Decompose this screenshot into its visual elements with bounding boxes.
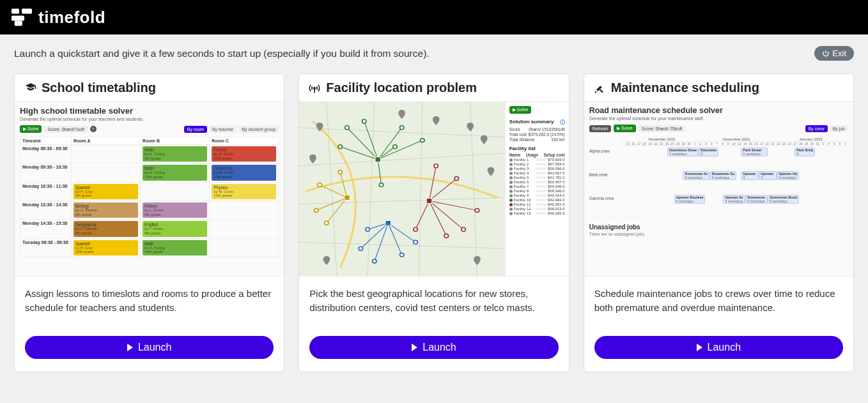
launch-button[interactable]: Launch [594,336,843,359]
unassigned-text: There are no unassigned jobs. [589,232,848,236]
facility-row[interactable]: Facility 5$41,781.0 [509,176,565,179]
launch-label: Launch [422,342,456,353]
svg-rect-51 [427,198,433,203]
svg-point-13 [362,119,366,123]
timeslot-cell: Tuesday 08:30 - 09:30 [20,238,72,257]
lesson-block[interactable]: Englishby I. Jones9th grade [143,221,207,236]
gantt-day: 26 [675,142,681,146]
card-thumbnail: Road maintenance schedule solver Generat… [584,102,853,277]
tab-by-crew[interactable]: By crew [805,125,828,132]
map-side-panel: ▶ Solve Solution summaryⓘ Score0hard/-15… [505,102,569,276]
gantt-day: 30 [686,142,692,146]
gantt-day: 31 [815,142,821,146]
facility-row[interactable]: Facility 7$59,046.0 [509,185,565,188]
gantt-task[interactable]: Uptown Tunnel3 workdaysUptown [741,171,759,180]
gantt-day: 17 [636,142,642,146]
lesson-block[interactable]: Spanishby P. Cruz10th grade [74,240,138,255]
gantt-month: November 2021 [625,137,699,141]
gantt-day: 17 [759,142,764,146]
tab-by-job[interactable]: By job [830,125,848,132]
gantt-day: 16 [754,142,759,146]
map-canvas[interactable] [299,102,504,276]
facility-row[interactable]: Facility 2$57,833.0 [509,162,565,166]
launch-button[interactable]: Launch [309,336,558,359]
facility-row[interactable]: Facility 1$70,609.0 [509,158,565,162]
svg-rect-3 [15,21,22,26]
facility-row[interactable]: Facility 11$46,001.0 [509,202,565,206]
svg-point-47 [338,171,342,174]
gantt-day: 19 [647,142,653,146]
help-icon[interactable]: ? [90,126,97,132]
solve-button[interactable]: ▶ Solve [20,125,42,133]
svg-point-41 [366,227,369,231]
lesson-block[interactable]: Historyby I. Jones9th grade [143,202,207,218]
solve-button[interactable]: ▶ Solve [614,125,635,132]
lesson-block[interactable]: Biologyby C. Darwin9th grade [74,202,138,218]
timeslot-cell: Monday 09:30 - 10:30 [20,163,72,182]
crew-label: Gamma crew [589,194,625,201]
gantt-task[interactable]: Downtown Street7 workdaysDowntown [667,148,699,156]
facility-row[interactable]: Facility 4$43,567.0 [509,171,565,175]
svg-point-37 [373,259,376,263]
svg-point-15 [338,145,342,149]
gantt-day: 25 [670,142,676,146]
solve-button[interactable]: ▶ Solve [509,106,531,114]
lesson-block[interactable]: Frenchby M. Curie10th grade [212,146,276,162]
gantt-task[interactable]: Downtown Bridge3 workdaysSubway [699,148,718,156]
timetable-column-header: Room A [72,137,141,145]
timetable-cell: Chemistryby M. Curie10th grade [210,163,279,182]
intro-text: Launch a quickstart and give it a few se… [14,48,430,59]
facility-row[interactable]: Facility 6$50,907.0 [509,180,565,184]
facility-row[interactable]: Facility 10$42,682.0 [509,198,565,202]
gantt-task[interactable]: Downtown Ave5 workdaysDowntown [683,171,709,180]
svg-point-17 [393,145,397,149]
refresh-button[interactable]: Refresh [589,125,612,132]
svg-point-43 [318,183,322,187]
gantt-task[interactable]: Uptown Ave3 workdaysUptown [723,195,745,204]
gantt-task[interactable]: Uptown Tunnel3 workdaysUptown [759,171,777,180]
gantt-day: 23 [781,142,787,146]
launch-button[interactable]: Launch [25,336,274,359]
score-badge: Score: 0hard/7soft [44,126,87,133]
gantt-task[interactable]: Downtown Square5 workdaysDowntown [709,171,736,180]
facility-row[interactable]: Facility 8$58,346.0 [509,189,565,193]
gantt-month: January 2022 [774,137,848,141]
facility-row[interactable]: Facility 12$58,913.0 [509,207,565,211]
svg-point-23 [476,208,479,212]
lesson-block[interactable]: Mathby A. Turing10th grade [143,240,207,255]
gantt-day: 29 [681,142,686,146]
gantt-task[interactable]: Park Street5 workdaysPark [741,148,768,156]
lesson-block[interactable]: Mathby A. Turing10th grade [143,165,207,180]
exit-button[interactable]: Exit [814,46,854,61]
svg-rect-53 [345,195,350,200]
facility-row[interactable]: Facility 9$40,414.0 [509,194,565,197]
gantt-task[interactable]: Downtown Boulevard5 workdaysSubway [768,195,799,204]
card-thumbnail: ▶ Solve Solution summaryⓘ Score0hard/-15… [299,102,568,277]
lesson-block[interactable]: Physicsby M. Curie10th grade [212,184,276,199]
lesson-block[interactable]: Chemistryby M. Curie10th grade [212,165,276,180]
timetable-cell: Spanishby P. Cruz10th grade [72,238,141,257]
facility-row[interactable]: Facility 13$46,095.0 [509,211,565,215]
gantt-task[interactable]: Uptown Highway3 workdaysUptown [777,171,799,180]
tab-by-room[interactable]: By room [184,126,207,133]
gantt-day: 7 [842,142,848,146]
tab-by-student-group[interactable]: By student group [238,126,279,133]
timetable-cell: Frenchby M. Curie10th grade [210,145,279,163]
lesson-block[interactable]: Mathby A. Turing9th grade [143,146,207,162]
info-icon[interactable]: ⓘ [560,119,565,126]
brand: timefold [12,8,105,27]
gantt-task[interactable]: Downtown Boulevard5 workdaysDowntown [745,195,768,204]
gantt-task[interactable]: Uptown Boulevard5 workdaysUptown [674,195,706,204]
brand-name: timefold [38,8,105,27]
gantt-task[interactable]: Park Bridge3 workdaysPark [794,148,814,156]
gantt-day: 20 [764,142,770,146]
lesson-block[interactable]: Geographyby C. Darwin9th grade [74,221,138,236]
gantt-day: 15 [748,142,754,146]
gantt-month: December 2021 [699,137,773,141]
tab-by-teacher[interactable]: By teacher [209,126,236,133]
svg-point-39 [414,240,417,244]
timetable-cell: Mathby A. Turing10th grade [141,163,210,182]
facility-row[interactable]: Facility 3$56,096.0 [509,167,565,171]
lesson-block[interactable]: Spanishby P. Cruz9th grade [74,184,138,199]
unassigned-title: Unassigned jobs [589,224,848,231]
